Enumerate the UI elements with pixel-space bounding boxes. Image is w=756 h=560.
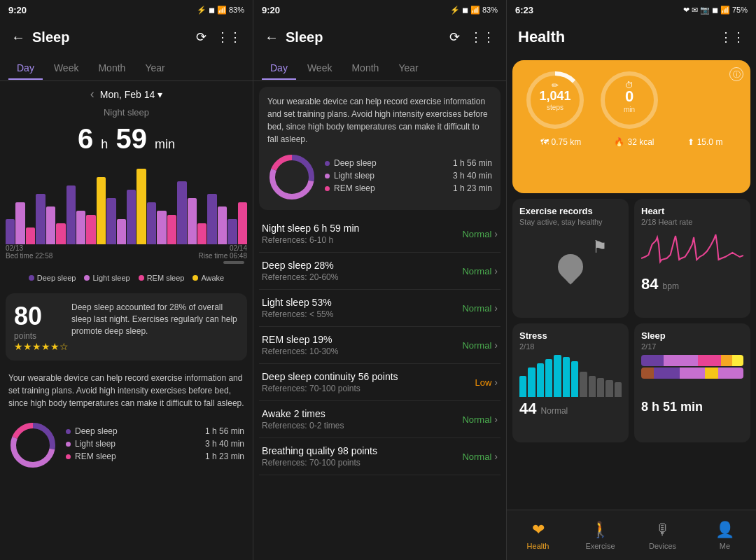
nav-devices[interactable]: 🎙 Devices	[631, 510, 694, 560]
floors-icon: ⬆	[687, 137, 694, 147]
legend-label-awake: Awake	[201, 274, 224, 282]
map-pin	[553, 249, 589, 285]
nav-health[interactable]: ❤ Health	[507, 510, 569, 560]
exercise-card-title: Exercise records	[519, 206, 622, 216]
legend-deep: Deep sleep	[29, 274, 76, 282]
info-button[interactable]: ⓘ	[729, 67, 743, 81]
distance-value: 0.75 km	[552, 137, 582, 147]
metric-status-awake: Normal	[462, 414, 491, 425]
stat2-value-deep: 1 h 56 min	[453, 158, 492, 168]
chart-bar	[86, 215, 95, 244]
metric-title-night-sleep: Night sleep 6 h 59 min	[262, 223, 359, 234]
sleep-hours-1: 6	[78, 123, 101, 154]
metric-deep-sleep[interactable]: Deep sleep 28% References: 20-60% Normal…	[259, 253, 500, 290]
metric-light-sleep[interactable]: Light sleep 53% References: < 55% Normal…	[259, 290, 500, 327]
back-button-2[interactable]: ←	[265, 29, 279, 46]
me-nav-icon: 👤	[715, 521, 734, 539]
stress-bar	[615, 382, 622, 397]
chart-bar	[218, 206, 227, 244]
back-button-1[interactable]: ←	[11, 29, 25, 46]
more-icon-1[interactable]: ⋮⋮	[216, 29, 241, 45]
tab-day-1[interactable]: Day	[8, 57, 43, 79]
chart-bar	[207, 194, 216, 244]
info-text-1: Your wearable device can help record exe…	[0, 366, 253, 415]
prev-date-1[interactable]: ‹	[90, 87, 94, 102]
light-sleep-bar	[664, 355, 698, 366]
legend-dot-deep	[29, 275, 34, 281]
health-card-exercise[interactable]: Exercise records Stay active, stay healt…	[512, 199, 629, 318]
tab-week-1[interactable]: Week	[46, 57, 88, 79]
more-icon-2[interactable]: ⋮⋮	[470, 29, 495, 45]
stat-label-deep: Deep sleep	[75, 426, 201, 436]
health-card-heart[interactable]: Heart 2/18 Heart rate 84 bpm	[634, 199, 750, 318]
settings-icon-1[interactable]: ⟳	[196, 29, 206, 45]
chart-bar	[6, 219, 15, 244]
info-box-text-2: Your wearable device can help record exe…	[267, 95, 492, 146]
steps-ring: ✏ 1,041 steps	[524, 69, 587, 132]
metric-ref-continuity: References: 70-100 points	[262, 384, 398, 393]
health-nav-label: Health	[527, 542, 550, 550]
status-time-3: 6:23	[515, 5, 533, 15]
donut-svg-2	[267, 153, 316, 202]
health-more-icon[interactable]: ⋮⋮	[720, 29, 745, 45]
health-card-stress[interactable]: Stress 2/18 44 Normal	[512, 323, 629, 442]
tab-month-1[interactable]: Month	[90, 57, 134, 79]
stress-bar	[554, 355, 561, 397]
tab-year-2[interactable]: Year	[390, 57, 426, 79]
sleep-mini-bar	[705, 368, 718, 379]
metric-awake[interactable]: Awake 2 times References: 0-2 times Norm…	[259, 401, 500, 438]
sleep-mini-bar	[718, 368, 744, 379]
chevron-continuity: ›	[494, 377, 498, 388]
chevron-breathing: ›	[494, 451, 498, 462]
metrics-list: Night sleep 6 h 59 min References: 6-10 …	[253, 216, 506, 475]
chart-bar	[97, 177, 106, 244]
stat-label-light: Light sleep	[75, 439, 201, 449]
exercise-nav-label: Exercise	[585, 542, 615, 550]
score-label: points	[14, 331, 63, 341]
minutes-ring: ⏱ 0 min	[598, 69, 661, 132]
metric-night-sleep[interactable]: Night sleep 6 h 59 min References: 6-10 …	[259, 216, 500, 253]
stress-bar	[606, 380, 612, 397]
chart-bar	[36, 194, 45, 244]
nav-me[interactable]: 👤 Me	[694, 510, 756, 560]
heart-value-row: 84 bpm	[641, 275, 743, 293]
tab-week-2[interactable]: Week	[299, 57, 341, 79]
health-card-sleep[interactable]: Sleep 2/17 8	[634, 323, 750, 442]
nav-exercise[interactable]: 🚶 Exercise	[569, 510, 631, 560]
score-text: Deep sleep accounted for 28% of overall …	[71, 302, 239, 352]
settings-icon-2[interactable]: ⟳	[449, 29, 460, 45]
app-title-1: Sleep	[32, 29, 69, 46]
chart-bar	[177, 181, 186, 244]
health-cards-grid: Exercise records Stay active, stay healt…	[507, 199, 756, 442]
metric-deep-continuity[interactable]: Deep sleep continuity 56 points Referenc…	[259, 364, 500, 401]
legend-label-deep: Deep sleep	[37, 274, 76, 282]
metric-status-breathing: Normal	[462, 451, 491, 462]
stat2-dot-deep	[325, 161, 330, 166]
header-right-1: ⟳ ⋮⋮	[196, 29, 241, 45]
tab-day-2[interactable]: Day	[262, 57, 296, 79]
chart-date-right: 02/14Rise time 06:48	[199, 244, 247, 260]
panel-sleep-1: 9:20 ⚡ ◼ 📶 83% ← Sleep ⟳ ⋮⋮ Day Week Mon…	[0, 0, 253, 560]
stat-dot-light	[66, 442, 71, 447]
sleep-mini-bar	[641, 368, 654, 379]
chart-bar	[46, 206, 55, 244]
sleep-mins-1: 59	[108, 123, 155, 154]
metric-rem-sleep[interactable]: REM sleep 19% References: 10-30% Normal …	[259, 327, 500, 364]
heart-bpm-value: 84	[641, 275, 663, 293]
metric-breathing[interactable]: Breathing quality 98 points References: …	[259, 438, 500, 475]
calories-stat: 🔥 32 kcal	[614, 137, 654, 147]
legend-rem: REM sleep	[139, 274, 185, 282]
stat2-label-rem: REM sleep	[334, 183, 449, 193]
stress-value-row: 44 Normal	[519, 400, 622, 418]
minutes-value: 0 min	[624, 88, 635, 113]
tab-year-1[interactable]: Year	[136, 57, 173, 79]
tabs-1: Day Week Month Year	[0, 55, 253, 81]
score-stars: ★★★★★☆	[14, 341, 63, 352]
chevron-awake: ›	[494, 414, 498, 425]
awake-bar	[721, 355, 732, 366]
chart-bar	[26, 227, 35, 244]
stat-dot-deep	[66, 429, 71, 434]
chart-date-left: 02/13Bed time 22:58	[6, 244, 52, 260]
heart-chart	[641, 230, 743, 272]
tab-month-2[interactable]: Month	[343, 57, 387, 79]
